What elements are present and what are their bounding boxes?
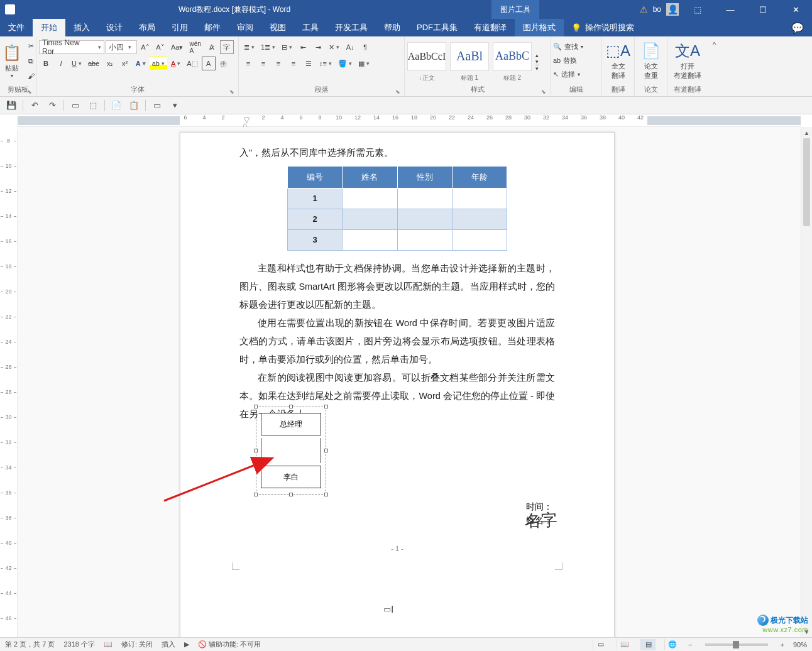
open-youdao-button[interactable]: 文A打开 有道翻译	[670, 38, 705, 83]
cut-button[interactable]: ✂	[24, 39, 38, 53]
save-button[interactable]: 💾	[4, 99, 19, 112]
multilevel-button[interactable]: ⊟	[279, 40, 295, 54]
borders-button[interactable]: ▦	[356, 57, 372, 70]
select-button[interactable]: ↖选择▾	[553, 68, 580, 80]
web-layout-button[interactable]: 🌐	[664, 639, 679, 650]
zoom-level[interactable]: 90%	[793, 641, 807, 648]
tab-references[interactable]: 引用	[163, 19, 196, 36]
font-family-combo[interactable]: Times New Ror	[39, 40, 104, 54]
grow-font-button[interactable]: A˄	[138, 40, 152, 54]
justify-button[interactable]: ≡	[287, 57, 300, 70]
tab-tools[interactable]: 工具	[294, 19, 327, 36]
spellcheck-icon[interactable]: 📖	[104, 640, 112, 648]
tab-review[interactable]: 审阅	[229, 19, 261, 36]
change-case-button[interactable]: Aa▾	[168, 40, 185, 54]
resize-handle[interactable]	[324, 493, 328, 496]
circle-char-button[interactable]: ㊥	[217, 57, 231, 70]
full-translate-button[interactable]: ⬚A全文 翻译	[605, 38, 632, 83]
minimize-button[interactable]: —	[716, 0, 744, 19]
tab-layout[interactable]: 布局	[131, 19, 163, 36]
subscript-button[interactable]: x₂	[103, 57, 117, 70]
tab-file[interactable]: 文件	[0, 19, 33, 36]
clipboard-launcher[interactable]: ⬊	[27, 89, 32, 95]
zoom-in-button[interactable]: +	[781, 641, 784, 648]
increase-indent-button[interactable]: ⇥	[311, 40, 325, 54]
macro-icon[interactable]: ▶	[184, 640, 189, 648]
style-heading2[interactable]: AaBbC 标题 2	[493, 42, 532, 82]
document-canvas[interactable]: 入"，然后从不同库中选择所需元素。 编号 姓名 性别 年龄 1 2 3 主题和样…	[18, 127, 801, 637]
line-spacing-button[interactable]: ↕≡	[317, 57, 334, 70]
word-count[interactable]: 2318 个字	[63, 640, 95, 649]
focus-mode-button[interactable]: ▭	[593, 639, 608, 650]
page-indicator[interactable]: 第 2 页，共 7 页	[5, 640, 55, 649]
tab-insert[interactable]: 插入	[65, 19, 98, 36]
zoom-out-button[interactable]: −	[688, 641, 692, 648]
maximize-button[interactable]: ☐	[749, 0, 777, 19]
qat-btn-5[interactable]: ▭	[150, 99, 165, 112]
vertical-scrollbar[interactable]: ▲ ▼	[801, 127, 812, 637]
font-launcher[interactable]: ⬊	[229, 89, 234, 95]
copy-button[interactable]: ⧉	[24, 54, 38, 68]
bullets-button[interactable]: ≣	[241, 40, 257, 54]
tab-design[interactable]: 设计	[98, 19, 131, 36]
horizontal-ruler[interactable]: 6422468101214161820222426283032343638404…	[18, 114, 801, 127]
font-size-combo[interactable]: 小四	[106, 40, 137, 54]
insert-mode[interactable]: 插入	[162, 640, 175, 649]
vertical-ruler[interactable]: 810121416182022242628303234363840424446	[0, 129, 18, 637]
style-normal[interactable]: AaBbCcI ↓正文	[407, 42, 446, 82]
underline-button[interactable]: U	[69, 57, 84, 70]
tab-pdf-tools[interactable]: PDF工具集	[409, 19, 466, 36]
tab-help[interactable]: 帮助	[376, 19, 409, 36]
resize-handle[interactable]	[254, 405, 258, 408]
tab-picture-format[interactable]: 图片格式	[515, 19, 564, 36]
user-avatar[interactable]: 👤	[666, 3, 679, 16]
resize-handle[interactable]	[254, 449, 258, 452]
share-button[interactable]: 💬	[783, 19, 812, 36]
scroll-up-button[interactable]: ▲	[801, 127, 812, 138]
replace-button[interactable]: ab替换	[553, 54, 577, 67]
shading-button[interactable]: 🪣	[336, 57, 354, 70]
style-heading1[interactable]: AaBl 标题 1	[450, 42, 489, 82]
styles-launcher[interactable]: ⬊	[541, 89, 546, 95]
align-left-button[interactable]: ≡	[241, 57, 255, 70]
distribute-button[interactable]: ☰	[302, 57, 315, 70]
track-changes-status[interactable]: 修订: 关闭	[121, 640, 153, 649]
styles-gallery-expand[interactable]: ▴▾▾	[535, 52, 539, 72]
tab-youdao[interactable]: 有道翻译	[466, 19, 515, 36]
read-mode-button[interactable]: 📖	[617, 639, 632, 650]
shrink-font-button[interactable]: A˅	[153, 40, 167, 54]
layout-options-icon[interactable]: ▭Ⅰ	[383, 603, 393, 615]
bold-button[interactable]: B	[39, 57, 53, 70]
thesis-check-button[interactable]: 📄论文 查重	[637, 38, 664, 83]
paste-button[interactable]: 📋 粘贴 ▾	[3, 38, 21, 83]
font-color-button[interactable]: A	[168, 57, 183, 70]
zoom-slider-knob[interactable]	[733, 641, 739, 648]
paragraph-launcher[interactable]: ⬊	[395, 89, 400, 95]
qat-btn-1[interactable]: ▭	[68, 99, 83, 112]
tab-home[interactable]: 开始	[33, 19, 65, 36]
tab-developer[interactable]: 开发工具	[327, 19, 376, 36]
resize-handle[interactable]	[324, 405, 328, 408]
redo-button[interactable]: ↷	[45, 99, 60, 112]
strikethrough-button[interactable]: abc	[85, 57, 102, 70]
tab-mailings[interactable]: 邮件	[196, 19, 229, 36]
highlight-button[interactable]: ab	[150, 57, 167, 70]
qat-btn-4[interactable]: 📋	[126, 99, 141, 112]
align-right-button[interactable]: ≡	[272, 57, 285, 70]
tell-me-search[interactable]: 💡 操作说明搜索	[564, 19, 642, 36]
zoom-slider[interactable]	[705, 643, 768, 646]
ribbon-display-options[interactable]: ⬚	[684, 0, 711, 19]
qat-btn-2[interactable]: ⬚	[85, 99, 101, 112]
align-center-button[interactable]: ≡	[256, 57, 270, 70]
smartart-object[interactable]: 总经理 李白	[256, 407, 326, 495]
qat-customize[interactable]: ▾	[167, 99, 182, 112]
text-effects-button[interactable]: A	[133, 57, 148, 70]
numbering-button[interactable]: 1≣	[258, 40, 278, 54]
scrollbar-thumb[interactable]	[803, 138, 810, 226]
decrease-indent-button[interactable]: ⇤	[296, 40, 310, 54]
resize-handle[interactable]	[324, 449, 328, 452]
resize-handle[interactable]	[254, 493, 258, 496]
enclose-char-button[interactable]: 字	[220, 40, 234, 54]
collapse-ribbon-button[interactable]: ˄	[708, 36, 721, 96]
superscript-button[interactable]: x²	[118, 57, 132, 70]
